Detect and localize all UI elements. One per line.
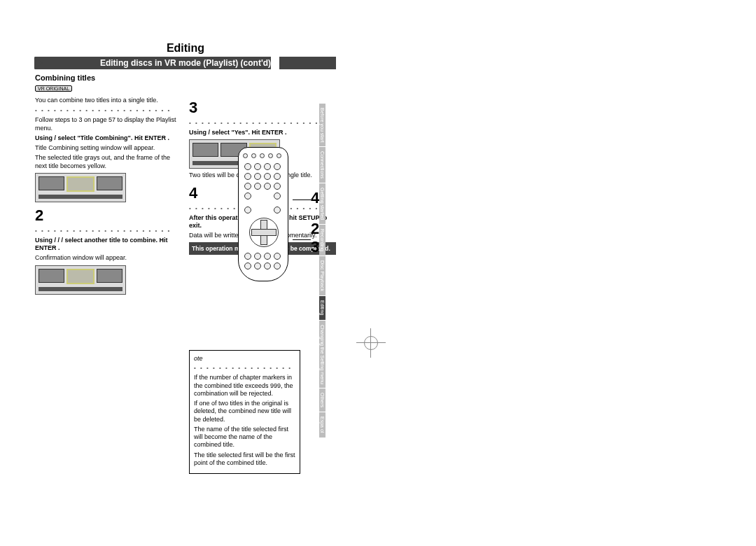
thumb (192, 143, 218, 157)
remote-button (244, 183, 251, 190)
remote-button (274, 183, 281, 190)
note-bullet-3: The name of the title selected first wil… (194, 426, 295, 449)
thumb (38, 176, 64, 190)
step2-result: Confirmation window will appear. (35, 254, 182, 262)
remote-button (268, 153, 273, 158)
divider-dots: • • • • • • • • • • • • • • • • • • • • … (35, 107, 182, 113)
callout-line (293, 239, 311, 240)
remote-button (243, 153, 248, 158)
remote-button (251, 153, 256, 158)
side-tabs: Before you start Connections Getting sta… (319, 104, 329, 438)
remote-button (260, 153, 265, 158)
playlist-thumbnail-2 (35, 265, 126, 295)
note-box: ote • • • • • • • • • • • • • • • • If t… (189, 350, 300, 474)
callout-2: 2 (311, 220, 319, 238)
playlist-thumbnail-1 (35, 173, 126, 202)
remote-button (274, 173, 281, 180)
thumb (97, 176, 122, 190)
divider-dots: • • • • • • • • • • • • • • • • • • • • … (189, 120, 336, 126)
remote-callouts: 4 2 3 (293, 147, 319, 256)
remote-button (244, 262, 251, 270)
remote-button (276, 153, 281, 158)
thumb-bar (38, 195, 122, 199)
thumb (97, 269, 122, 283)
section-heading: Combining titles (35, 74, 336, 82)
remote-button (274, 192, 281, 200)
note-bullet-2: If one of two titles in the original is … (194, 400, 295, 424)
note-bullet-1: If the number of chapter markers in the … (194, 374, 295, 398)
step1-result: Title Combining setting window will appe… (35, 144, 182, 152)
thumb (38, 269, 64, 283)
remote-illustration: 4 2 3 (238, 147, 319, 281)
remote-button (254, 183, 261, 190)
remote-button (244, 253, 251, 260)
divider-dots: • • • • • • • • • • • • • • • • • • • • … (35, 227, 182, 234)
page-subtitle: Editing discs in VR mode (Playlist) (con… (35, 57, 336, 69)
tab-getting-started[interactable]: Getting started (319, 183, 326, 224)
tab-connections[interactable]: Connections (319, 147, 326, 183)
remote-body (238, 147, 288, 281)
tab-others[interactable]: Others (319, 388, 326, 412)
page-title: Editing (35, 42, 336, 55)
remote-setup-button (244, 192, 251, 200)
remote-button (274, 253, 281, 260)
remote-button (254, 253, 261, 260)
remote-button (254, 163, 261, 170)
callout-line (293, 200, 311, 200)
remote-button (274, 163, 281, 170)
remote-button (244, 173, 251, 180)
callout-3: 3 (311, 238, 319, 256)
remote-button (264, 262, 271, 270)
remote-button (244, 206, 251, 214)
intro-text: You can combine two titles into a single… (35, 97, 182, 104)
remote-button (254, 173, 261, 180)
tab-disc-playback[interactable]: Disc Playback (319, 256, 326, 295)
step1-grayout: The selected title grays out, and the fr… (35, 154, 182, 170)
thumb-selected (66, 176, 94, 192)
note-label: ote (194, 355, 295, 362)
step2-instruction: Using / / / select another title to comb… (35, 237, 182, 253)
tab-espanol[interactable]: Espa ol (319, 412, 326, 437)
remote-button (254, 262, 261, 270)
thumb-selected (66, 269, 94, 284)
step3-instruction: Using / select "Yes". Hit ENTER . (189, 129, 336, 136)
tab-recording[interactable]: Recording (319, 225, 326, 255)
section-heading-text: Combining titles (35, 74, 95, 82)
remote-button (264, 173, 271, 180)
remote-button (264, 253, 271, 260)
divider-dots: • • • • • • • • • • • • • • • • (194, 365, 295, 371)
step-3-number: 3 (189, 99, 336, 117)
remote-button (244, 163, 251, 170)
tab-changing-setting[interactable]: Changing the Setting menu (319, 321, 326, 388)
tab-before-you-start[interactable]: Before you start (319, 104, 326, 146)
step1-followsteps: Follow steps to 3 on page 57 to display … (35, 116, 182, 132)
remote-button (274, 206, 281, 214)
remote-button (264, 163, 271, 170)
column-left: You can combine two titles into a single… (35, 94, 182, 474)
vr-badge: VR ORIGINAL (35, 85, 72, 92)
tab-editing[interactable]: Editing (319, 296, 326, 319)
step1-instruction: Using / select "Title Combining". Hit EN… (35, 134, 182, 142)
thumb-bar (38, 287, 122, 291)
remote-dpad (249, 218, 279, 247)
note-bullet-4: The title selected first will be the fir… (194, 451, 295, 468)
remote-button (264, 183, 271, 190)
step-2-number: 2 (35, 206, 182, 225)
callout-4: 4 (311, 189, 319, 207)
remote-button (274, 262, 281, 270)
registration-target (364, 336, 378, 350)
